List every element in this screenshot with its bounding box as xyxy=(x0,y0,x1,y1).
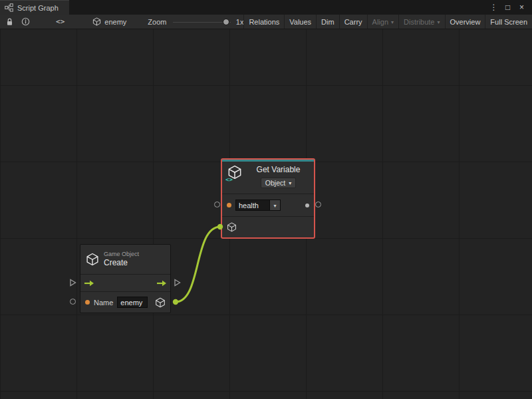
toolbar-buttons: Relations Values Dim Carry Align▾ Distri… xyxy=(243,15,532,29)
chevron-down-icon: ▾ xyxy=(438,20,440,25)
edge-source-port[interactable] xyxy=(173,299,178,305)
gameobject-cube-icon xyxy=(86,253,99,266)
zoom-slider-track[interactable] xyxy=(173,22,230,23)
zoom-slider-handle[interactable] xyxy=(223,19,229,25)
chevron-down-icon: ▾ xyxy=(289,181,291,186)
create-node-header: Game Object Create xyxy=(80,245,170,274)
window-controls: ⋮ □ × xyxy=(488,0,532,15)
get-variable-name-input-port[interactable] xyxy=(214,201,220,207)
distribute-button[interactable]: Distribute▾ xyxy=(398,15,444,29)
variable-name-dropdown[interactable]: ▾ xyxy=(270,200,281,211)
fullscreen-button[interactable]: Full Screen xyxy=(485,15,532,29)
titlebar-spacer xyxy=(69,0,488,15)
carry-button[interactable]: Carry xyxy=(339,15,367,29)
gameobject-input-port-icon[interactable] xyxy=(227,222,237,232)
node-create-gameobject[interactable]: Game Object Create Name xyxy=(80,244,171,313)
lock-icon[interactable] xyxy=(5,15,15,29)
graph-toolbar: <> enemy Zoom 1x Relations Values Dim Ca… xyxy=(0,15,532,29)
string-port-dot[interactable] xyxy=(227,203,231,207)
variable-name-input[interactable] xyxy=(235,200,270,211)
title-bar: Script Graph ⋮ □ × xyxy=(0,0,532,15)
value-output-port-dot[interactable] xyxy=(305,203,309,207)
script-graph-window: Script Graph ⋮ □ × <> enemy xyxy=(0,0,532,399)
get-variable-header: <> Get Variable Object ▾ xyxy=(222,162,314,194)
maximize-icon[interactable]: □ xyxy=(502,1,513,14)
gameobject-input-row xyxy=(222,216,314,237)
zoom-label: Zoom xyxy=(148,18,166,26)
chevron-down-icon: ▾ xyxy=(391,20,394,25)
code-overlay-icon: <> xyxy=(225,176,233,183)
get-variable-title: Get Variable xyxy=(257,165,301,175)
gameobject-output-port-icon[interactable] xyxy=(155,297,166,308)
variable-kind-dropdown[interactable]: Object ▾ xyxy=(261,178,296,188)
create-name-input-port[interactable] xyxy=(70,299,76,305)
variable-cube-icon: <> xyxy=(227,165,243,181)
code-preview-button[interactable]: <> xyxy=(51,15,70,29)
create-flow-input-port[interactable] xyxy=(69,279,76,287)
window-menu-icon[interactable]: ⋮ xyxy=(488,1,499,14)
name-field-input[interactable] xyxy=(117,297,148,308)
overview-button[interactable]: Overview xyxy=(445,15,485,29)
graph-icon xyxy=(5,3,13,12)
flow-input-arrow-icon[interactable] xyxy=(84,280,94,287)
graph-name-label: enemy xyxy=(104,18,126,26)
cube-icon xyxy=(92,17,101,26)
chevron-down-icon: ▾ xyxy=(273,203,276,209)
get-variable-value-output-port[interactable] xyxy=(315,201,321,207)
create-node-title: Create xyxy=(104,258,139,268)
create-flow-output-port[interactable] xyxy=(174,279,181,287)
node-get-variable[interactable]: <> Get Variable Object ▾ ▾ xyxy=(221,158,315,239)
zoom-value: 1x xyxy=(236,18,244,26)
connection-edge[interactable] xyxy=(176,227,220,302)
create-flow-row xyxy=(80,274,170,291)
string-port-dot[interactable] xyxy=(85,300,90,305)
graph-canvas[interactable]: Game Object Create Name xyxy=(0,29,532,399)
tab-title: Script Graph xyxy=(17,4,59,12)
flow-output-arrow-icon[interactable] xyxy=(156,280,167,287)
close-icon[interactable]: × xyxy=(516,1,527,14)
create-name-row: Name xyxy=(80,291,170,313)
dim-button[interactable]: Dim xyxy=(316,15,339,29)
create-node-subtitle: Game Object xyxy=(104,251,139,258)
variable-name-row: ▾ xyxy=(222,194,314,216)
name-field-label: Name xyxy=(94,299,113,307)
relations-button[interactable]: Relations xyxy=(243,15,284,29)
values-button[interactable]: Values xyxy=(284,15,316,29)
align-button[interactable]: Align▾ xyxy=(367,15,398,29)
tab-script-graph[interactable]: Script Graph xyxy=(0,0,69,15)
info-icon[interactable] xyxy=(21,15,31,29)
zoom-slider[interactable] xyxy=(173,15,230,29)
graph-name-indicator[interactable]: enemy xyxy=(92,17,126,26)
